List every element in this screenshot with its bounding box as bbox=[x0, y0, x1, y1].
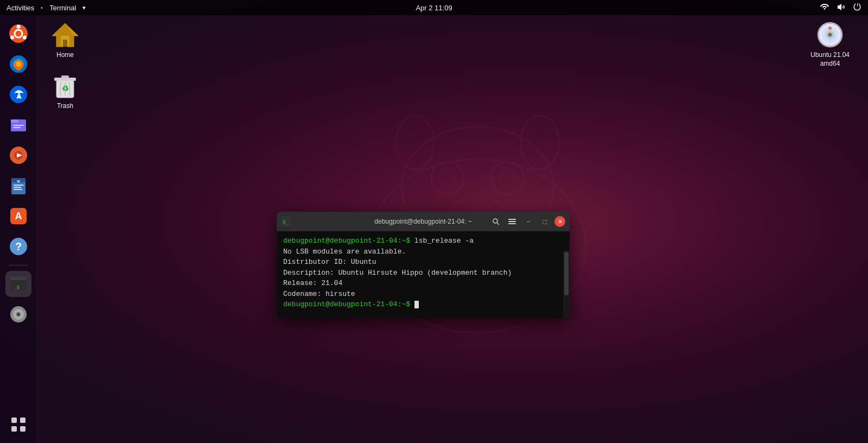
svg-line-76 bbox=[497, 223, 500, 225]
topbar-right bbox=[820, 3, 861, 13]
terminal-minimize-button[interactable]: − bbox=[522, 215, 535, 228]
output-2: No LSB modules are available. bbox=[283, 248, 406, 256]
writer-dock-icon[interactable]: W bbox=[5, 173, 31, 199]
terminal-dock-icon[interactable]: _$ bbox=[5, 271, 31, 297]
cd-dock-icon[interactable] bbox=[5, 301, 31, 327]
terminal-line-3: Distributor ID: Ubuntu bbox=[283, 257, 563, 268]
terminal-menu-icon: ▪ bbox=[41, 4, 43, 11]
terminal-scroll-thumb bbox=[564, 252, 569, 295]
trash-icon-label: Trash bbox=[57, 102, 73, 110]
terminal-menu-arrow[interactable]: ▾ bbox=[82, 4, 86, 11]
svg-line-61 bbox=[60, 83, 61, 96]
cmd-1: lsb_release -a bbox=[414, 237, 474, 245]
svg-point-4 bbox=[431, 162, 464, 194]
help-dock-icon[interactable]: ? bbox=[5, 233, 31, 260]
svg-rect-49 bbox=[11, 426, 17, 432]
power-icon[interactable] bbox=[853, 3, 861, 13]
svg-point-6 bbox=[491, 162, 524, 194]
ubuntu-dvd-label-line1: Ubuntu 21.04amd64 bbox=[810, 51, 850, 68]
svg-rect-50 bbox=[20, 426, 25, 432]
dock: W A ? _$ bbox=[0, 15, 37, 443]
terminal-line-2: No LSB modules are available. bbox=[283, 246, 563, 257]
svg-rect-24 bbox=[13, 125, 24, 126]
volume-icon[interactable] bbox=[837, 3, 845, 13]
topbar-left: Activities ▪ Terminal ▾ bbox=[7, 4, 86, 12]
svg-text:?: ? bbox=[15, 241, 21, 252]
titlebar-actions: − □ ✕ bbox=[489, 215, 565, 228]
svg-rect-79 bbox=[508, 223, 516, 224]
trash-icon-image: ♻ bbox=[51, 72, 79, 100]
svg-point-20 bbox=[16, 61, 21, 67]
desktop: Activities ▪ Terminal ▾ Apr 2 11:09 bbox=[0, 0, 868, 443]
ubuntu-dvd-desktop-icon[interactable]: Ubuntu 21.04amd64 bbox=[803, 21, 857, 68]
output-5: Release: 21.04 bbox=[283, 279, 342, 287]
terminal-close-button[interactable]: ✕ bbox=[554, 216, 565, 227]
svg-point-7 bbox=[499, 170, 515, 186]
svg-rect-47 bbox=[11, 417, 17, 423]
home-icon-label: Home bbox=[56, 51, 74, 59]
dock-bottom bbox=[5, 410, 31, 443]
svg-point-16 bbox=[23, 36, 27, 40]
rhythmbox-dock-icon[interactable] bbox=[5, 142, 31, 168]
svg-rect-78 bbox=[508, 221, 516, 222]
activities-button[interactable]: Activities bbox=[7, 4, 34, 12]
show-apps-icon[interactable] bbox=[5, 412, 31, 438]
home-desktop-icon[interactable]: Home bbox=[43, 21, 87, 59]
terminal-title-text: debugpoint@debugpoint-21-04: ~ bbox=[374, 218, 471, 225]
svg-text:$_: $_ bbox=[283, 219, 289, 225]
svg-text:_$: _$ bbox=[14, 284, 20, 290]
output-3: Distributor ID: Ubuntu bbox=[283, 258, 376, 266]
datetime-display: Apr 2 11:09 bbox=[416, 4, 452, 12]
terminal-titlebar: $_ debugpoint@debugpoint-21-04: ~ − □ ✕ bbox=[277, 212, 570, 231]
terminal-body-container: debugpoint@debugpoint-21-04:~$ lsb_relea… bbox=[277, 231, 570, 318]
svg-point-71 bbox=[829, 34, 831, 36]
terminal-line-6: Codename: hirsute bbox=[283, 289, 563, 300]
terminal-line-4: Description: Ubuntu Hirsute Hippo (devel… bbox=[283, 268, 563, 279]
svg-rect-32 bbox=[14, 185, 23, 186]
terminal-maximize-button[interactable]: □ bbox=[538, 215, 551, 228]
svg-rect-25 bbox=[13, 127, 21, 128]
topbar: Activities ▪ Terminal ▾ Apr 2 11:09 bbox=[0, 0, 868, 15]
trash-desktop-icon[interactable]: ♻ Trash bbox=[43, 72, 87, 110]
appstore-dock-icon[interactable]: A bbox=[5, 203, 31, 229]
desktop-icons: Home ♻ bbox=[43, 21, 87, 110]
svg-rect-34 bbox=[14, 189, 22, 190]
svg-rect-23 bbox=[11, 119, 18, 123]
dock-separator bbox=[9, 265, 28, 265]
terminal-search-button[interactable] bbox=[489, 215, 502, 228]
output-6: Codename: hirsute bbox=[283, 290, 355, 298]
svg-rect-77 bbox=[508, 219, 516, 220]
svg-point-2 bbox=[396, 116, 434, 170]
svg-point-75 bbox=[493, 219, 497, 223]
terminal-body[interactable]: debugpoint@debugpoint-21-04:~$ lsb_relea… bbox=[277, 231, 570, 318]
terminal-line-5: Release: 21.04 bbox=[283, 278, 563, 289]
svg-rect-41 bbox=[10, 277, 27, 280]
svg-point-46 bbox=[17, 313, 20, 315]
svg-point-17 bbox=[10, 36, 14, 40]
terminal-menu-label[interactable]: Terminal bbox=[49, 4, 76, 12]
terminal-scrollbar[interactable] bbox=[563, 251, 570, 318]
svg-point-3 bbox=[521, 116, 559, 170]
svg-text:W: W bbox=[17, 180, 20, 183]
svg-rect-59 bbox=[61, 75, 69, 78]
svg-rect-48 bbox=[20, 417, 25, 423]
output-4: Description: Ubuntu Hirsute Hippo (devel… bbox=[283, 269, 512, 277]
svg-point-15 bbox=[16, 25, 20, 29]
terminal-line-7: debugpoint@debugpoint-21-04:~$ bbox=[283, 299, 563, 310]
firefox-dock-icon[interactable] bbox=[5, 51, 31, 77]
thunderbird-dock-icon[interactable] bbox=[5, 81, 31, 107]
terminal-menu-button[interactable] bbox=[506, 215, 519, 228]
files-dock-icon[interactable] bbox=[5, 112, 31, 138]
ubuntu-dock-icon[interactable] bbox=[5, 21, 31, 47]
titlebar-left-icons: $_ bbox=[281, 217, 291, 226]
svg-point-5 bbox=[439, 170, 456, 186]
terminal-icon-small: $_ bbox=[281, 217, 291, 226]
svg-rect-54 bbox=[63, 40, 67, 47]
prompt-7: debugpoint@debugpoint-21-04:~$ bbox=[283, 300, 414, 308]
ubuntu-dvd-icon-image bbox=[816, 21, 844, 49]
terminal-window: $_ debugpoint@debugpoint-21-04: ~ − □ ✕ bbox=[277, 212, 570, 318]
home-icon-image bbox=[51, 21, 79, 49]
terminal-line-1: debugpoint@debugpoint-21-04:~$ lsb_relea… bbox=[283, 236, 563, 246]
svg-line-63 bbox=[69, 83, 70, 96]
network-icon[interactable] bbox=[820, 3, 829, 13]
